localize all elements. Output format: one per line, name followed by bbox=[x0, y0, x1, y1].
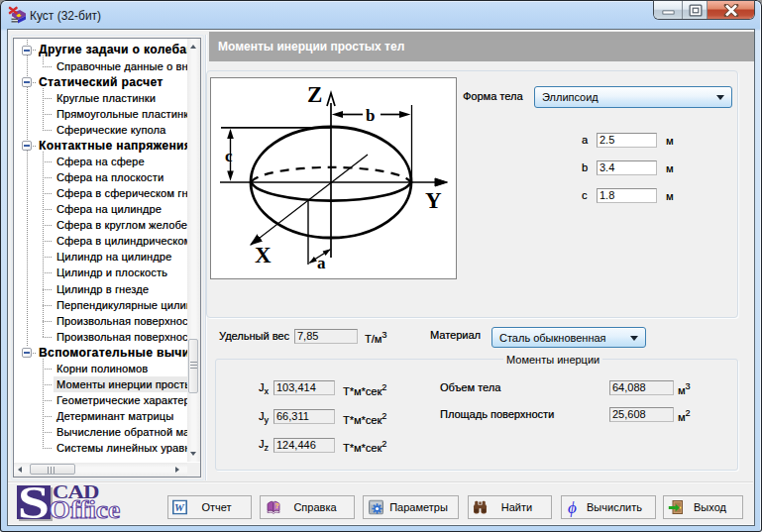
svg-text:a: a bbox=[317, 254, 326, 272]
svg-text:Office: Office bbox=[49, 496, 120, 522]
svg-text:b: b bbox=[366, 106, 375, 125]
svg-text:c: c bbox=[225, 147, 233, 165]
svg-text:S: S bbox=[18, 485, 50, 519]
svg-text:Y: Y bbox=[425, 188, 442, 213]
svg-text:Z: Z bbox=[307, 82, 322, 107]
svg-text:X: X bbox=[255, 243, 272, 267]
